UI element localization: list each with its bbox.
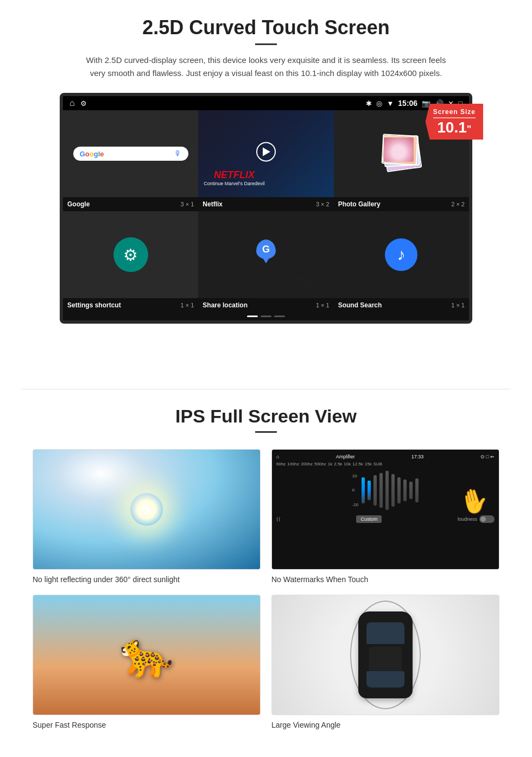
- sound-cell-inner: ♪: [334, 211, 469, 298]
- sunlight-image: [33, 450, 260, 569]
- cheetah-image: 🐆: [33, 595, 260, 715]
- status-time: 15:06: [398, 99, 417, 108]
- location-icon: ◎: [376, 99, 382, 108]
- badge-size-number: 10.1: [437, 119, 467, 136]
- eq-preset-label: Custom: [356, 515, 382, 523]
- eq-bar-8: [403, 480, 407, 501]
- eq-freq-7: 10k: [344, 462, 351, 466]
- car-top-image: [272, 595, 499, 715]
- scroll-dot-2: [261, 316, 271, 317]
- eq-toggle-thumb: [480, 516, 486, 522]
- feature-grid: No light reflecting under 360° direct su…: [33, 449, 499, 729]
- home-icon[interactable]: ⌂: [69, 98, 75, 108]
- status-left: ⌂ ⚙: [69, 98, 87, 108]
- eq-home-icon: ⌂: [276, 454, 279, 459]
- badge-label: Screen Size: [433, 108, 476, 116]
- app-cell-netflix[interactable]: NETFLIX Continue Marvel's Daredevil Netf…: [198, 110, 333, 211]
- google-mic-icon[interactable]: 🎙: [174, 149, 182, 158]
- car-top-container: [358, 611, 413, 698]
- gmaps-letter: G: [262, 244, 270, 255]
- device-container: ⌂ ⚙ ✱ ◎ ▼ 15:06 📷 🔊 ✕ □: [60, 93, 472, 324]
- settings-bg: ⚙: [63, 211, 198, 298]
- settings-app-size: 1 × 1: [181, 302, 194, 308]
- music-note-icon: ♪: [397, 245, 406, 264]
- eq-label-10: 10: [352, 474, 359, 478]
- eq-hand-icon: ✋: [456, 483, 492, 518]
- google-app-label: Google: [67, 200, 90, 208]
- feature-sunlight: No light reflecting under 360° direct su…: [33, 449, 261, 584]
- app-cell-settings[interactable]: ⚙ Settings shortcut 1 × 1: [63, 211, 198, 312]
- car-label: Large Viewing Angle: [271, 721, 499, 729]
- photo-stack: [379, 132, 423, 175]
- photo-app-label: Photo Gallery: [338, 200, 381, 208]
- eq-bar-6: [391, 474, 395, 507]
- eq-bar-4: [379, 473, 383, 508]
- badge-unit: ": [467, 124, 472, 135]
- gear-icon: ⚙: [123, 245, 138, 264]
- settings-app-label: Settings shortcut: [67, 301, 121, 309]
- eq-loudness-toggle[interactable]: [479, 515, 495, 523]
- share-label-bar: Share location 1 × 1: [198, 298, 333, 312]
- google-logo: Google: [80, 150, 104, 158]
- netflix-label-bar: Netflix 3 × 2: [198, 197, 333, 211]
- play-triangle: [263, 147, 270, 156]
- netflix-cell-inner: NETFLIX Continue Marvel's Daredevil: [198, 110, 333, 197]
- scroll-dot-3: [274, 316, 285, 317]
- eq-freq-9: 15k: [365, 462, 372, 466]
- eq-label-n10: -10: [352, 502, 359, 507]
- car-top-shape: [358, 611, 413, 698]
- netflix-thumb: NETFLIX Continue Marvel's Daredevil: [198, 110, 333, 197]
- eq-bar-5: [385, 471, 389, 510]
- bluetooth-icon: ✱: [366, 99, 372, 108]
- netflix-continue: Continue Marvel's Daredevil: [204, 181, 264, 186]
- eq-freq-8: 12.5k: [352, 462, 363, 466]
- eq-freq-10: SUB: [373, 462, 382, 466]
- eq-icons: ⊙ □ ⇐: [480, 454, 495, 459]
- netflix-play-button[interactable]: [256, 142, 276, 161]
- car-rear-windshield: [366, 671, 404, 687]
- section2: IPS Full Screen View No light reflecting…: [0, 406, 532, 746]
- device-screen: ⌂ ⚙ ✱ ◎ ▼ 15:06 📷 🔊 ✕ □: [60, 93, 472, 324]
- section1-title: 2.5D Curved Touch Screen: [33, 16, 499, 39]
- eq-slider-bars: [362, 469, 419, 512]
- eq-time: 17:33: [411, 454, 424, 459]
- eq-bottom-bar: ⟨⟨ Custom loudness: [276, 515, 495, 523]
- eq-freq-labels: 60hz 100hz 200hz 500hz 1k 2.5k 10k 12.5k…: [276, 462, 495, 466]
- section1: 2.5D Curved Touch Screen With 2.5D curve…: [0, 0, 532, 367]
- netflix-logo-overlay: NETFLIX Continue Marvel's Daredevil: [204, 169, 264, 186]
- photo-flower: [384, 137, 414, 162]
- google-label-bar: Google 3 × 1: [63, 197, 198, 211]
- settings-label-bar: Settings shortcut 1 × 1: [63, 298, 198, 312]
- badge-size: 10.1": [433, 120, 476, 135]
- share-cell-inner: G ☞: [198, 211, 333, 298]
- eq-label-0: 0: [352, 488, 359, 493]
- device-wrapper: ⌂ ⚙ ✱ ◎ ▼ 15:06 📷 🔊 ✕ □: [33, 93, 499, 324]
- app-cell-google[interactable]: Google 🎙 Google 3 × 1: [63, 110, 198, 211]
- share-app-size: 1 × 1: [316, 302, 330, 308]
- cheetah-emoji: 🐆: [119, 629, 174, 680]
- eq-bar-3: [373, 475, 377, 506]
- app-cell-sound[interactable]: ♪ Sound Search 1 × 1: [334, 211, 469, 312]
- eq-freq-3: 200hz: [301, 462, 313, 466]
- google-search-bar[interactable]: Google 🎙: [73, 147, 188, 161]
- cheetah-label: Super Fast Response: [33, 721, 261, 729]
- eq-freq-4: 500hz: [314, 462, 326, 466]
- watermark-label: No Watermarks When Touch: [271, 575, 499, 584]
- sunlight-label: No light reflecting under 360° direct su…: [33, 575, 261, 584]
- app-cell-share[interactable]: G ☞ Share location 1 × 1: [198, 211, 333, 312]
- eq-loudness-label: loudness: [458, 516, 477, 522]
- sunlight-img-box: [33, 449, 261, 570]
- gmaps-pin-icon: G: [256, 239, 276, 259]
- scrollbar-dots: [63, 312, 469, 320]
- sound-app-size: 1 × 1: [451, 302, 465, 308]
- eq-prev-icon: ⟨⟨: [276, 516, 281, 522]
- eq-bar-9: [409, 482, 413, 499]
- feature-car: Large Viewing Angle: [271, 595, 499, 729]
- eq-freq-1: 60hz: [276, 462, 286, 466]
- sun-glow: [130, 493, 163, 526]
- section2-title: IPS Full Screen View: [33, 406, 499, 427]
- netflix-text: NETFLIX: [204, 169, 264, 181]
- eq-bar-10: [415, 478, 419, 502]
- google-cell-inner: Google 🎙: [63, 110, 198, 197]
- eq-bar-7: [397, 477, 401, 503]
